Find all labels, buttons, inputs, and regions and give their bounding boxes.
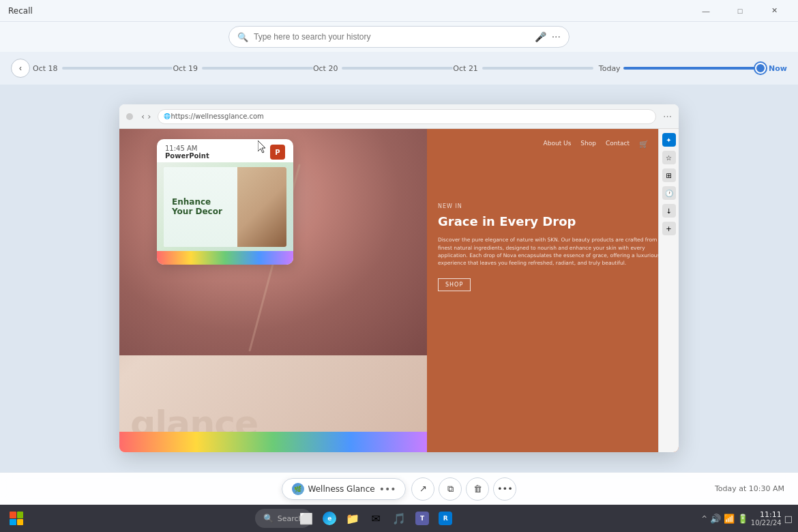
browser-window-controls <box>126 113 133 120</box>
title-bar-left: Recall <box>8 6 33 16</box>
wellness-app-icon: 🌿 <box>292 483 304 495</box>
taskbar-notification-icon[interactable]: □ <box>784 514 793 524</box>
nav-shop[interactable]: Shop <box>580 140 596 149</box>
search-bar: 🔍 🎤 ··· <box>0 22 798 52</box>
browser-forward-button[interactable]: › <box>147 111 151 121</box>
win-quad-4 <box>17 519 24 526</box>
popup-time: 11:45 AM <box>165 145 209 152</box>
browser-url[interactable]: https://wellnessglance.com <box>171 113 263 120</box>
taskbar-clock[interactable]: 11:11 10/22/24 <box>751 510 782 527</box>
taskbar-edge[interactable]: e <box>319 507 340 529</box>
now-label: Now <box>769 64 787 73</box>
taskbar-left <box>5 507 27 529</box>
taskbar-time-display: 11:11 <box>751 510 782 519</box>
search-input[interactable] <box>254 32 529 42</box>
powerpoint-popup[interactable]: 11:45 AM PowerPoint P EnhanceYour Decor <box>157 139 293 265</box>
teams-icon-taskbar: T <box>415 512 429 525</box>
popup-slide-preview: EnhanceYour Decor <box>157 162 293 251</box>
win-quad-1 <box>10 512 16 518</box>
search-options-icon[interactable]: ··· <box>552 31 561 42</box>
webpage-badge: NEW IN <box>438 203 668 209</box>
webpage-body-text: Discover the pure elegance of nature wit… <box>438 236 668 267</box>
taskbar-date-display: 10/22/24 <box>751 519 782 527</box>
search-container[interactable]: 🔍 🎤 ··· <box>228 26 570 48</box>
timeline-thumb[interactable] <box>755 63 766 74</box>
edge-sidebar-history[interactable]: 🕐 <box>662 186 676 200</box>
wellness-dots-icon[interactable]: ••• <box>379 484 396 494</box>
timeline-track-oct18[interactable] <box>62 67 173 70</box>
close-button[interactable]: ✕ <box>758 0 790 22</box>
taskbar-battery-icon[interactable]: 🔋 <box>737 514 748 524</box>
timeline-track-today[interactable] <box>623 67 763 70</box>
taskbar-recall-active[interactable]: R <box>434 507 456 529</box>
win-quad-3 <box>10 519 16 526</box>
webpage-right-panel: About Us Shop Contact 🛒 👤 NEW IN Grace i… <box>427 129 679 452</box>
ppt-slide-image <box>237 167 286 247</box>
share-button[interactable]: ↗ <box>411 477 434 501</box>
taskbar-teams[interactable]: T <box>411 507 433 529</box>
timeline-segment-oct18: Oct 18 <box>33 64 173 73</box>
minimize-button[interactable]: — <box>690 0 722 22</box>
search-icon: 🔍 <box>237 32 248 42</box>
timeline-back-button[interactable]: ‹ <box>11 59 30 78</box>
ppt-slide: EnhanceYour Decor <box>164 167 286 247</box>
windows-taskbar: 🔍 Search ⬜ e 📁 ✉ 🎵 T R ^ 🔊 📶 🔋 11:11 10/… <box>0 505 798 532</box>
browser-address-bar[interactable]: 🌐 https://wellnessglance.com <box>158 109 656 124</box>
shop-button[interactable]: SHOP <box>438 278 471 291</box>
timeline-track-oct20[interactable] <box>342 67 453 70</box>
date-oct20[interactable]: Oct 20 <box>313 64 338 73</box>
more-button[interactable]: ••• <box>493 477 516 501</box>
taskbar-task-view[interactable]: ⬜ <box>295 507 317 529</box>
taskbar-mail[interactable]: ✉ <box>365 507 387 529</box>
taskbar-search[interactable]: 🔍 Search <box>272 507 294 529</box>
browser-back-button[interactable]: ‹ <box>141 111 145 121</box>
date-oct18[interactable]: Oct 18 <box>33 64 58 73</box>
delete-button[interactable]: 🗑 <box>466 477 489 501</box>
timeline-track-oct21[interactable] <box>482 67 593 70</box>
date-oct19[interactable]: Oct 19 <box>173 64 198 73</box>
taskbar-network-icon[interactable]: 📶 <box>724 514 735 524</box>
timeline-track-oct19[interactable] <box>202 67 313 70</box>
ppt-slide-content: EnhanceYour Decor <box>164 167 286 247</box>
webpage-nav: About Us Shop Contact 🛒 👤 <box>438 140 668 149</box>
rainbow-bar <box>119 432 427 452</box>
timeline-segment-oct21: Oct 21 <box>453 64 593 73</box>
title-bar-controls: — □ ✕ <box>690 0 790 22</box>
edge-sidebar: ✦ ☆ ⊞ 🕐 ↓ + <box>658 129 679 452</box>
maximize-button[interactable]: □ <box>724 0 756 22</box>
wellness-action-buttons: ↗ ⧉ 🗑 ••• <box>411 477 516 501</box>
wellness-bar-right: Today at 10:30 AM <box>648 484 784 493</box>
powerpoint-icon: P <box>270 145 285 160</box>
main-content: ‹ › 🌐 https://wellnessglance.com ⋯ gl <box>0 85 798 472</box>
wellness-timestamp: Today at 10:30 AM <box>715 484 784 493</box>
wellness-pill[interactable]: 🌿 Wellness Glance ••• <box>282 478 407 500</box>
edge-sidebar-plus[interactable]: + <box>662 222 676 235</box>
popup-header-left: 11:45 AM PowerPoint <box>165 145 209 160</box>
taskbar-chevron-icon[interactable]: ^ <box>701 515 707 522</box>
timeline-segment-oct19: Oct 19 <box>173 64 312 73</box>
recall-icon-taskbar: R <box>439 512 452 525</box>
nav-about[interactable]: About Us <box>544 140 572 149</box>
nav-cart-icon[interactable]: 🛒 <box>639 140 649 149</box>
win-quad-2 <box>17 512 24 518</box>
copy-button[interactable]: ⧉ <box>439 477 462 501</box>
microphone-icon[interactable]: 🎤 <box>535 31 546 42</box>
app-title: Recall <box>8 6 33 16</box>
start-button[interactable] <box>5 507 27 529</box>
edge-sidebar-copilot[interactable]: ✦ <box>662 133 676 147</box>
browser-chrome: ‹ › 🌐 https://wellnessglance.com ⋯ <box>119 104 679 129</box>
timeline-bar: ‹ Oct 18 Oct 19 Oct 20 Oct 21 Today Now <box>0 52 798 85</box>
popup-rainbow-bar <box>157 251 293 265</box>
edge-sidebar-downloads[interactable]: ↓ <box>662 204 676 218</box>
taskbar-search-icon: 🔍 <box>263 514 274 523</box>
taskbar-spotify[interactable]: 🎵 <box>388 507 410 529</box>
windows-logo <box>10 512 23 525</box>
browser-icon-1[interactable]: ⋯ <box>663 111 672 121</box>
taskbar-explorer[interactable]: 📁 <box>342 507 364 529</box>
edge-sidebar-collections[interactable]: ⊞ <box>662 168 676 182</box>
nav-contact[interactable]: Contact <box>606 140 630 149</box>
date-oct21[interactable]: Oct 21 <box>453 64 478 73</box>
taskbar-speaker-icon[interactable]: 🔊 <box>710 514 721 524</box>
edge-sidebar-favorites[interactable]: ☆ <box>662 151 676 164</box>
webpage-headline: Grace in Every Drop <box>438 213 668 229</box>
